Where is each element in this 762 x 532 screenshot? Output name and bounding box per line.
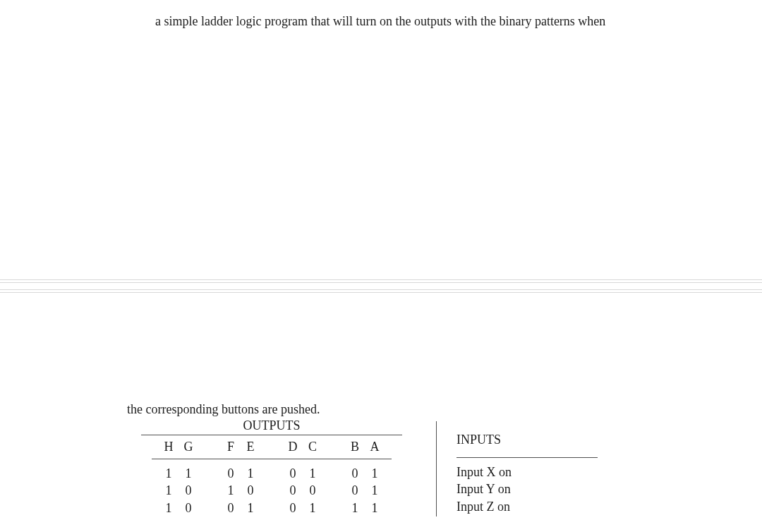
col-header: C — [308, 440, 318, 454]
cell: 0 — [226, 465, 236, 482]
cell: 1 — [308, 500, 318, 516]
outputs-header-row: H G F E D C B A — [127, 435, 416, 459]
cell: 0 — [350, 465, 360, 482]
table-row: 1 0 0 1 0 1 1 1 — [127, 500, 416, 516]
outputs-data: 1 1 0 1 0 1 0 1 — [127, 459, 416, 516]
col-header: G — [183, 440, 193, 454]
cell: 0 — [183, 500, 193, 516]
inputs-table: INPUTS Input X on Input Y on Input Z on — [456, 418, 612, 515]
cell: 1 — [370, 465, 380, 482]
cell: 1 — [308, 465, 318, 482]
input-label: Input Z on — [456, 498, 612, 515]
cell: 1 — [183, 465, 193, 482]
vertical-separator — [436, 421, 437, 516]
continuation-text: the corresponding buttons are pushed. — [127, 402, 635, 417]
cell: 0 — [226, 500, 236, 516]
cell: 1 — [164, 482, 174, 499]
outputs-title: OUTPUTS — [127, 418, 416, 435]
outputs-table: OUTPUTS H G F E D C — [127, 418, 416, 516]
col-header: H — [164, 440, 174, 454]
input-label: Input Y on — [456, 480, 612, 497]
cell: 0 — [308, 482, 318, 499]
col-header: A — [370, 440, 380, 454]
cell: 1 — [246, 500, 255, 516]
section-divider-1 — [0, 279, 762, 286]
cell: 0 — [350, 482, 360, 499]
cell: 1 — [246, 465, 255, 482]
cell: 0 — [183, 482, 193, 499]
table-row: 1 0 1 0 0 0 0 1 — [127, 482, 416, 499]
cell: 0 — [288, 482, 298, 499]
col-header: E — [246, 440, 255, 454]
cell: 1 — [226, 482, 236, 499]
cell: 1 — [164, 465, 174, 482]
cell: 1 — [370, 500, 380, 516]
input-label: Input X on — [456, 464, 612, 480]
col-header: F — [226, 440, 236, 454]
col-header: D — [288, 440, 298, 454]
cell: 0 — [246, 482, 255, 499]
col-header: B — [350, 440, 360, 454]
cell: 0 — [288, 465, 298, 482]
cell: 1 — [350, 500, 360, 516]
cell: 1 — [164, 500, 174, 516]
inputs-title: INPUTS — [456, 423, 612, 457]
cell: 1 — [370, 482, 380, 499]
table-row: 1 1 0 1 0 1 0 1 — [127, 465, 416, 482]
intro-text: a simple ladder logic program that will … — [155, 14, 691, 29]
cell: 0 — [288, 500, 298, 516]
section-divider-2 — [0, 289, 762, 296]
inputs-body: Input X on Input Y on Input Z on — [456, 458, 612, 515]
tables-row: OUTPUTS H G F E D C — [127, 418, 635, 516]
